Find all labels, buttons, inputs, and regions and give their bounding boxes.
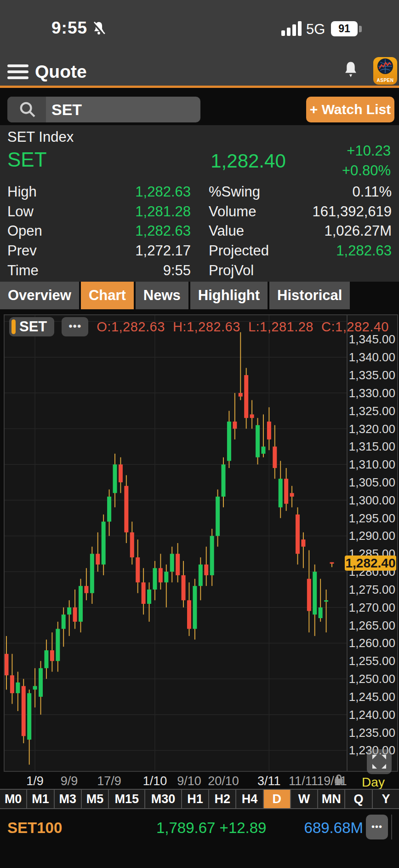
- candle-body: [22, 686, 26, 736]
- timeframe-y[interactable]: Y: [372, 790, 399, 808]
- stat-label: Low: [7, 203, 34, 220]
- quote-symbol: SET: [7, 148, 47, 171]
- tab-highlight[interactable]: Highlight: [190, 282, 268, 309]
- candle-body: [250, 414, 254, 418]
- candle-body: [142, 582, 146, 604]
- timeframe-m15[interactable]: M15: [108, 790, 144, 808]
- aspen-logo[interactable]: ASPEN: [373, 57, 397, 85]
- candle-body: [227, 422, 231, 461]
- tab-chart[interactable]: Chart: [81, 282, 134, 309]
- stats-row: Low1,281.28 Volume161,392,619: [7, 202, 392, 222]
- candle-body: [56, 629, 60, 661]
- chart-border: [4, 315, 398, 771]
- candle-body: [5, 654, 9, 676]
- timeframe-h2[interactable]: H2: [208, 790, 235, 808]
- menu-icon[interactable]: [7, 64, 28, 79]
- ticker-divider: [391, 815, 392, 839]
- index-name: SET Index: [7, 129, 74, 145]
- candle-body: [261, 446, 265, 454]
- y-axis-label: 1,260.00: [349, 636, 395, 650]
- candle-body: [102, 521, 106, 564]
- stat-value: 1,282.63: [336, 243, 392, 259]
- candle-body: [164, 572, 168, 582]
- ticker-symbol[interactable]: SET100: [7, 819, 62, 837]
- search-input[interactable]: [51, 97, 194, 122]
- quote-tabs: OverviewChartNewsHighlightHistorical: [0, 282, 399, 309]
- stat-value: 1,281.28: [135, 203, 191, 220]
- ohlc-readout: O:1,282.63 H:1,282.63 L:1,281.28 C:1,282…: [97, 319, 389, 335]
- y-axis-label: 1,330.00: [349, 386, 395, 400]
- y-axis-label: 1,275.00: [349, 583, 395, 596]
- timeframe-m3[interactable]: M3: [54, 790, 81, 808]
- timeframe-mn[interactable]: MN: [317, 790, 344, 808]
- candle-body: [307, 579, 311, 611]
- symbol-search-box[interactable]: [7, 97, 200, 122]
- candle-body: [39, 668, 43, 697]
- x-axis-label: 3/11: [257, 774, 281, 788]
- candle-body: [187, 600, 191, 629]
- stat-value: 0.11%: [352, 184, 392, 200]
- chart-options-button[interactable]: •••: [62, 317, 88, 336]
- tab-overview[interactable]: Overview: [0, 282, 79, 309]
- add-watch-list-button[interactable]: + Watch List: [306, 97, 394, 122]
- network-type: 5G: [306, 21, 325, 38]
- timeframe-m1[interactable]: M1: [26, 790, 53, 808]
- mute-bell-icon: [91, 20, 107, 37]
- candle-body: [153, 568, 157, 590]
- stat-value: 9:55: [163, 262, 191, 279]
- candle-body: [113, 464, 117, 493]
- interval-label[interactable]: Day: [359, 775, 387, 790]
- y-axis-label: 1,240.00: [349, 708, 395, 722]
- candle-body: [267, 422, 271, 440]
- fullscreen-expand-icon[interactable]: [367, 749, 392, 774]
- quote-change-percent: +0.80%: [342, 162, 391, 179]
- candle-body: [16, 683, 20, 693]
- tab-news[interactable]: News: [136, 282, 188, 309]
- candle-body: [210, 536, 214, 575]
- timeframe-m5[interactable]: M5: [81, 790, 108, 808]
- timeframe-h1[interactable]: H1: [181, 790, 208, 808]
- candle-body: [273, 446, 277, 468]
- candlestick-chart[interactable]: 1,345.001,340.001,335.001,330.001,325.00…: [4, 314, 398, 772]
- candle-body: [50, 650, 54, 661]
- y-axis-label: 1,245.00: [349, 690, 395, 704]
- candle-body: [84, 586, 88, 593]
- timeframe-q[interactable]: Q: [344, 790, 371, 808]
- candle-body: [79, 586, 83, 622]
- quote-change: +10.23: [347, 143, 391, 159]
- top-bar: 9:55 5G 91 Quote: [0, 0, 399, 86]
- timeframe-w[interactable]: W: [290, 790, 317, 808]
- candle-body: [284, 479, 288, 503]
- y-axis-label: 1,255.00: [349, 654, 395, 668]
- timeframe-d[interactable]: D: [263, 790, 290, 808]
- candle-body: [124, 486, 128, 532]
- chart-area[interactable]: 1,345.001,340.001,335.001,330.001,325.00…: [4, 314, 398, 772]
- candle-body: [90, 554, 94, 593]
- candle-body: [159, 568, 163, 582]
- tab-historical[interactable]: Historical: [269, 282, 350, 309]
- y-axis-label: 1,300.00: [349, 493, 395, 507]
- bottom-ticker[interactable]: SET100 1,789.67 +12.89 689.68M •••: [0, 813, 399, 842]
- timeframe-m0[interactable]: M0: [0, 790, 26, 808]
- candle-body: [182, 575, 186, 600]
- x-axis-label: 17/9: [97, 774, 121, 788]
- stat-value: 1,272.17: [135, 243, 191, 259]
- chart-symbol-button[interactable]: SET: [9, 317, 54, 336]
- y-axis-label: 1,315.00: [349, 440, 395, 453]
- notifications-bell-icon[interactable]: [342, 60, 359, 80]
- timeframe-m30[interactable]: M30: [144, 790, 181, 808]
- stat-label: Value: [209, 223, 244, 239]
- stat-value: 1,026.27M: [325, 223, 392, 239]
- x-axis-label: 1/10: [143, 774, 167, 788]
- timeframe-h4[interactable]: H4: [235, 790, 262, 808]
- x-axis-label: 1/9: [26, 774, 44, 788]
- search-row: + Watch List: [0, 88, 399, 125]
- candle-body: [44, 650, 48, 668]
- y-axis-label: 1,265.00: [349, 619, 395, 632]
- ticker-value: 689.68M: [257, 819, 363, 837]
- search-icon-zone: [7, 97, 46, 122]
- aspen-logo-globe: [377, 58, 393, 74]
- ticker-more-button[interactable]: •••: [366, 815, 388, 839]
- app-screen: 9:55 5G 91 Quote: [0, 0, 399, 868]
- stats-row: Time9:55 ProjVol: [7, 260, 392, 280]
